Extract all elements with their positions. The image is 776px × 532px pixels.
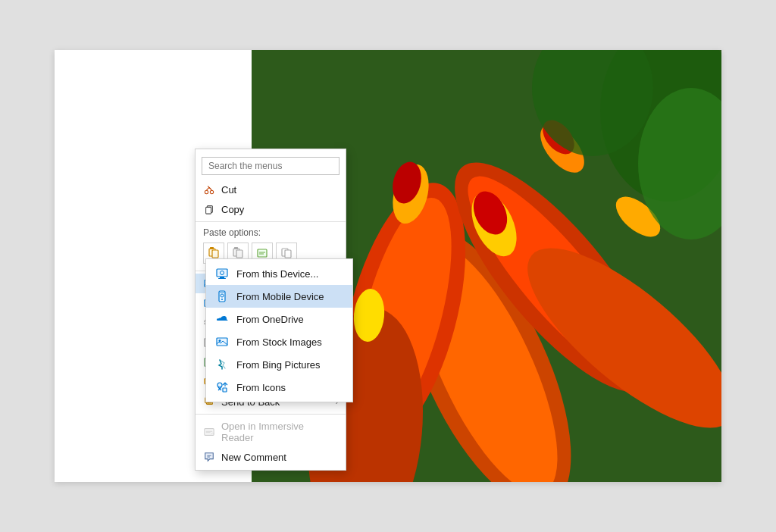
from-mobile-icon <box>215 289 229 303</box>
new-comment-icon <box>203 451 215 463</box>
menu-item-cut[interactable]: Cut <box>196 180 346 199</box>
submenu-item-from-icons[interactable]: From Icons <box>206 376 352 399</box>
svg-point-21 <box>210 190 213 193</box>
from-device-label: From this Device... <box>236 268 318 280</box>
from-onedrive-icon <box>215 312 229 326</box>
search-input[interactable] <box>202 157 340 175</box>
from-device-icon <box>215 267 229 280</box>
svg-rect-67 <box>220 277 224 278</box>
document-area: Cut Copy Paste options: <box>55 50 721 482</box>
submenu-item-from-onedrive[interactable]: From OneDrive <box>206 308 352 330</box>
copy-icon <box>203 203 215 215</box>
from-stock-label: From Stock Images <box>236 336 322 348</box>
svg-line-22 <box>207 187 210 190</box>
submenu-item-from-stock[interactable]: From Stock Images <box>206 330 352 353</box>
svg-rect-33 <box>258 249 267 257</box>
menu-item-copy[interactable]: Copy <box>196 199 346 219</box>
svg-rect-29 <box>210 247 214 249</box>
submenu-item-from-device[interactable]: From this Device... <box>206 262 352 285</box>
new-comment-label: New Comment <box>221 452 286 463</box>
cut-icon <box>203 183 215 196</box>
svg-rect-77 <box>223 388 227 392</box>
from-bing-icon <box>215 358 229 371</box>
immersive-reader-label: Open in Immersive Reader <box>221 421 338 443</box>
svg-point-71 <box>221 299 223 300</box>
submenu-item-from-mobile[interactable]: From Mobile Device <box>206 285 352 308</box>
from-bing-label: From Bing Pictures <box>236 359 321 371</box>
svg-rect-68 <box>218 278 226 279</box>
svg-rect-37 <box>285 250 291 258</box>
divider-3 <box>196 414 346 415</box>
menu-item-new-comment[interactable]: New Comment <box>196 447 346 467</box>
submenu-item-from-bing[interactable]: From Bing Pictures <box>206 353 352 376</box>
from-onedrive-label: From OneDrive <box>236 314 304 325</box>
change-picture-submenu: From this Device... From Mobile Device <box>205 258 353 402</box>
paste-options-label: Paste options: <box>196 224 346 239</box>
from-stock-icon <box>215 335 229 349</box>
svg-point-76 <box>217 383 222 387</box>
svg-rect-28 <box>212 250 218 258</box>
svg-rect-32 <box>234 247 238 249</box>
svg-rect-66 <box>217 269 227 277</box>
svg-rect-26 <box>206 207 211 214</box>
immersive-reader-icon <box>203 426 215 438</box>
svg-rect-31 <box>236 250 242 258</box>
svg-rect-61 <box>205 429 214 436</box>
from-icons-icon <box>215 380 229 394</box>
svg-point-20 <box>205 190 208 193</box>
copy-label: Copy <box>221 204 244 215</box>
cut-label: Cut <box>221 184 236 196</box>
divider-1 <box>196 221 346 222</box>
menu-item-immersive-reader: Open in Immersive Reader <box>196 417 346 447</box>
from-icons-label: From Icons <box>236 382 286 393</box>
from-mobile-label: From Mobile Device <box>236 291 324 302</box>
